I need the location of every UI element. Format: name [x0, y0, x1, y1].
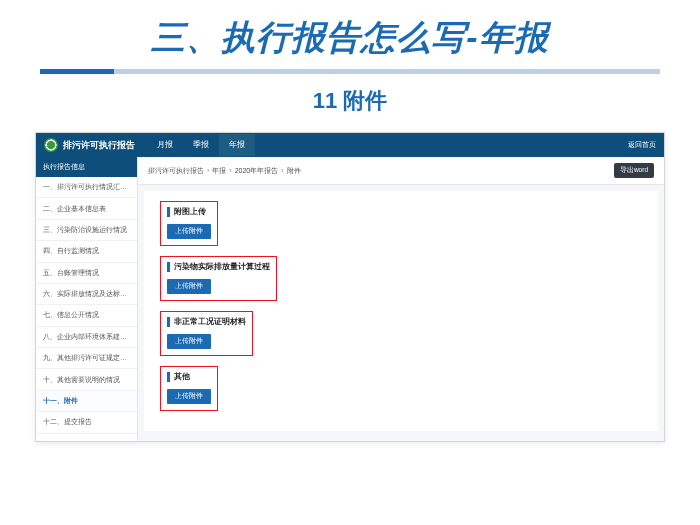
sidebar-item-4[interactable]: 四、自行监测情况 [36, 241, 137, 262]
highlight-box: 污染物实际排放量计算过程 上传附件 [160, 256, 277, 301]
highlight-box: 其他 上传附件 [160, 366, 218, 411]
crumb-3[interactable]: 2020年年报告 [235, 166, 279, 176]
sidebar-header: 执行报告信息 [36, 157, 137, 177]
crumb-1[interactable]: 排污许可执行报告 [148, 166, 204, 176]
sidebar-item-2[interactable]: 二、企业基本信息表 [36, 198, 137, 219]
slide-title: 三、执行报告怎么写-年报 [0, 0, 700, 69]
sidebar-item-1[interactable]: 一、排污许可执行情况汇总表 [36, 177, 137, 198]
section-title: 附图上传 [167, 207, 211, 217]
upload-button[interactable]: 上传附件 [167, 334, 211, 349]
crumb-2[interactable]: 年报 [212, 166, 226, 176]
main-panel: 排污许可执行报告 › 年报 › 2020年年报告 › 附件 导出word 附图上… [138, 157, 664, 441]
app-window: 排污许可执行报告 月报 季报 年报 返回首页 执行报告信息 一、排污许可执行情况… [35, 132, 665, 442]
section-other: 其他 上传附件 [160, 366, 642, 411]
footer-buttons: 上一步 下一步 [138, 437, 664, 441]
sidebar-item-5[interactable]: 五、台账管理情况 [36, 263, 137, 284]
sidebar-item-9[interactable]: 九、其他排污许可证规定的内容执行情况 [36, 348, 137, 369]
crumb-sep-icon: › [229, 167, 231, 174]
section-abnormal: 非正常工况证明材料 上传附件 [160, 311, 642, 356]
section-title: 污染物实际排放量计算过程 [167, 262, 270, 272]
sidebar-item-11[interactable]: 十一、附件 [36, 391, 137, 412]
app-header: 排污许可执行报告 月报 季报 年报 返回首页 [36, 133, 664, 157]
export-word-button[interactable]: 导出word [614, 163, 654, 178]
upload-button[interactable]: 上传附件 [167, 279, 211, 294]
logo-icon [44, 138, 58, 152]
crumb-sep-icon: › [281, 167, 283, 174]
section-figures: 附图上传 上传附件 [160, 201, 642, 246]
breadcrumb: 排污许可执行报告 › 年报 › 2020年年报告 › 附件 导出word [138, 157, 664, 185]
highlight-box: 非正常工况证明材料 上传附件 [160, 311, 253, 356]
tab-monthly[interactable]: 月报 [147, 134, 183, 156]
attachment-sections: 附图上传 上传附件 污染物实际排放量计算过程 上传附件 [144, 191, 658, 431]
slide-subtitle: 11 附件 [0, 80, 700, 132]
section-title: 非正常工况证明材料 [167, 317, 246, 327]
tab-annual[interactable]: 年报 [219, 134, 255, 156]
return-home-link[interactable]: 返回首页 [628, 140, 656, 150]
nav-tabs: 月报 季报 年报 [147, 134, 255, 156]
sidebar: 执行报告信息 一、排污许可执行情况汇总表 二、企业基本信息表 三、污染防治设施运… [36, 157, 138, 441]
sidebar-item-12[interactable]: 十二、提交报告 [36, 412, 137, 433]
presentation-slide: 三、执行报告怎么写-年报 11 附件 排污许可执行报告 月报 季报 年报 返回首… [0, 0, 700, 525]
app-title: 排污许可执行报告 [63, 139, 135, 152]
sidebar-item-10[interactable]: 十、其他需要说明的情况 [36, 369, 137, 390]
sidebar-item-3[interactable]: 三、污染防治设施运行情况 [36, 220, 137, 241]
sidebar-item-6[interactable]: 六、实际排放情况及达标判定分析 [36, 284, 137, 305]
tab-quarterly[interactable]: 季报 [183, 134, 219, 156]
app-body: 执行报告信息 一、排污许可执行情况汇总表 二、企业基本信息表 三、污染防治设施运… [36, 157, 664, 441]
sidebar-item-8[interactable]: 八、企业内部环境体系建设及运行情况 [36, 327, 137, 348]
crumb-sep-icon: › [207, 167, 209, 174]
crumb-4: 附件 [287, 166, 301, 176]
upload-button[interactable]: 上传附件 [167, 389, 211, 404]
upload-button[interactable]: 上传附件 [167, 224, 211, 239]
slide-divider [40, 69, 660, 74]
section-title: 其他 [167, 372, 211, 382]
sidebar-item-7[interactable]: 七、信息公开情况 [36, 305, 137, 326]
highlight-box: 附图上传 上传附件 [160, 201, 218, 246]
screenshot-container: 排污许可执行报告 月报 季报 年报 返回首页 执行报告信息 一、排污许可执行情况… [0, 132, 700, 525]
section-emission-calc: 污染物实际排放量计算过程 上传附件 [160, 256, 642, 301]
